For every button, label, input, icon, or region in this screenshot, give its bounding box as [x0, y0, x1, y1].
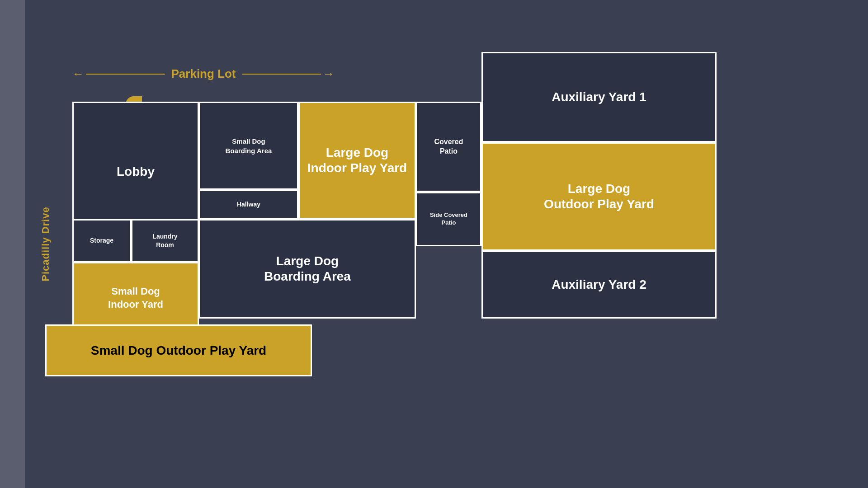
- small-dog-boarding-label: Small DogBoarding Area: [226, 136, 272, 155]
- small-dog-outdoor-label: Small Dog Outdoor Play Yard: [91, 343, 266, 358]
- large-dog-indoor-label: Large DogIndoor Play Yard: [307, 145, 407, 175]
- aux-yard-2-room: Auxiliary Yard 2: [481, 251, 717, 319]
- side-covered-patio-room: Side CoveredPatio: [416, 192, 481, 246]
- aux-yard-2-label: Auxiliary Yard 2: [552, 277, 646, 292]
- arrow-left-icon: ←: [72, 67, 84, 81]
- storage-room: Storage: [72, 219, 131, 262]
- large-dog-outdoor-room: Large DogOutdoor Play Yard: [481, 142, 717, 251]
- aux-yard-1-room: Auxiliary Yard 1: [481, 52, 717, 142]
- arrow-right-icon: →: [323, 67, 335, 81]
- aux-yard-1-label: Auxiliary Yard 1: [552, 89, 646, 105]
- large-dog-outdoor-label: Large DogOutdoor Play Yard: [544, 181, 654, 211]
- large-dog-boarding-label: Large DogBoarding Area: [264, 253, 351, 284]
- parking-lot-annotation: ← Parking Lot →: [72, 67, 335, 81]
- laundry-label: LaundryRoom: [152, 232, 177, 249]
- storage-label: Storage: [90, 236, 113, 244]
- small-dog-boarding-room: Small DogBoarding Area: [199, 102, 298, 190]
- parking-lot-line-left: [86, 74, 165, 75]
- left-bar: [0, 0, 25, 488]
- parking-lot-line-right: [242, 74, 321, 75]
- small-dog-outdoor-room: Small Dog Outdoor Play Yard: [45, 324, 312, 376]
- covered-patio-room: CoveredPatio: [416, 102, 481, 192]
- covered-patio-label: CoveredPatio: [434, 137, 463, 156]
- small-dog-indoor-room: Small DogIndoor Yard: [72, 262, 199, 334]
- parking-lot-text: Parking Lot: [171, 67, 236, 81]
- picadilly-drive-label: Picadilly Drive: [40, 206, 52, 281]
- large-dog-indoor-room: Large DogIndoor Play Yard: [298, 102, 416, 219]
- laundry-room: LaundryRoom: [131, 219, 199, 262]
- large-dog-boarding-room: Large DogBoarding Area: [199, 219, 416, 319]
- hallway-room: Hallway: [199, 190, 298, 219]
- hallway-label: Hallway: [237, 200, 260, 208]
- small-dog-indoor-label: Small DogIndoor Yard: [108, 285, 163, 311]
- side-covered-patio-label: Side CoveredPatio: [430, 211, 467, 227]
- parking-lot-arrow: ← Parking Lot →: [72, 67, 335, 81]
- lobby-label: Lobby: [117, 164, 155, 179]
